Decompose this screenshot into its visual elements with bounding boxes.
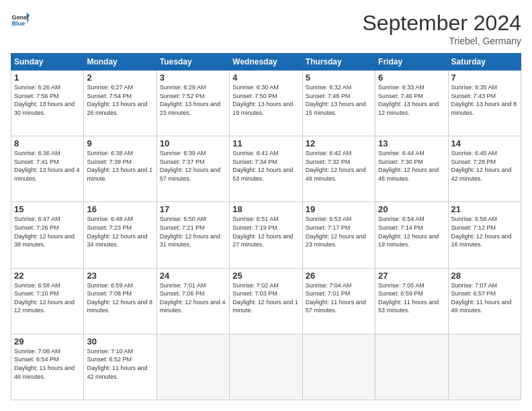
day-cell: 28Sunrise: 7:07 AM Sunset: 6:57 PM Dayli…	[448, 268, 521, 334]
day-info: Sunrise: 6:59 AM Sunset: 7:08 PM Dayligh…	[87, 281, 153, 315]
day-cell: 25Sunrise: 7:02 AM Sunset: 7:03 PM Dayli…	[230, 268, 302, 334]
day-number: 28	[451, 271, 518, 281]
day-number: 6	[378, 73, 445, 83]
day-number: 18	[232, 204, 299, 214]
day-cell: 14Sunrise: 6:45 AM Sunset: 7:28 PM Dayli…	[448, 136, 521, 202]
calendar: Sunday Monday Tuesday Wednesday Thursday…	[11, 53, 521, 400]
calendar-header-row: Sunday Monday Tuesday Wednesday Thursday…	[11, 54, 521, 71]
week-row-4: 22Sunrise: 6:58 AM Sunset: 7:10 PM Dayli…	[11, 268, 521, 334]
day-cell: 3Sunrise: 6:29 AM Sunset: 7:52 PM Daylig…	[157, 71, 229, 136]
day-cell	[230, 334, 302, 400]
day-info: Sunrise: 6:51 AM Sunset: 7:19 PM Dayligh…	[232, 215, 299, 248]
day-cell	[157, 334, 229, 400]
day-number: 27	[378, 271, 445, 281]
day-number: 20	[378, 204, 445, 214]
day-number: 26	[306, 271, 372, 281]
day-number: 7	[451, 73, 518, 83]
week-row-1: 1Sunrise: 6:26 AM Sunset: 7:56 PM Daylig…	[11, 71, 521, 136]
week-row-2: 8Sunrise: 6:36 AM Sunset: 7:41 PM Daylig…	[11, 136, 521, 202]
day-cell: 2Sunrise: 6:27 AM Sunset: 7:54 PM Daylig…	[84, 71, 157, 136]
day-number: 10	[160, 138, 226, 148]
day-number: 3	[160, 73, 226, 83]
day-info: Sunrise: 6:35 AM Sunset: 7:43 PM Dayligh…	[451, 83, 518, 117]
day-cell: 12Sunrise: 6:42 AM Sunset: 7:32 PM Dayli…	[302, 136, 375, 202]
svg-text:Blue: Blue	[11, 20, 25, 27]
day-cell	[302, 334, 375, 400]
day-info: Sunrise: 6:45 AM Sunset: 7:28 PM Dayligh…	[451, 149, 518, 183]
col-saturday: Saturday	[448, 54, 521, 71]
day-number: 23	[87, 271, 153, 281]
day-info: Sunrise: 6:41 AM Sunset: 7:34 PM Dayligh…	[232, 149, 299, 183]
day-cell: 22Sunrise: 6:58 AM Sunset: 7:10 PM Dayli…	[11, 268, 84, 334]
logo: General Blue	[11, 11, 30, 30]
day-info: Sunrise: 6:32 AM Sunset: 7:48 PM Dayligh…	[306, 83, 372, 117]
day-number: 13	[378, 138, 445, 148]
day-cell: 9Sunrise: 6:38 AM Sunset: 7:39 PM Daylig…	[84, 136, 157, 202]
day-number: 22	[14, 271, 81, 281]
day-number: 15	[14, 204, 81, 214]
day-info: Sunrise: 6:36 AM Sunset: 7:41 PM Dayligh…	[14, 149, 81, 183]
day-info: Sunrise: 6:54 AM Sunset: 7:14 PM Dayligh…	[378, 215, 445, 248]
day-info: Sunrise: 7:04 AM Sunset: 7:01 PM Dayligh…	[306, 281, 372, 315]
col-friday: Friday	[375, 54, 448, 71]
day-number: 1	[14, 73, 81, 83]
day-info: Sunrise: 6:44 AM Sunset: 7:30 PM Dayligh…	[378, 149, 445, 183]
day-number: 21	[451, 204, 518, 214]
day-info: Sunrise: 6:58 AM Sunset: 7:10 PM Dayligh…	[14, 281, 81, 315]
day-number: 25	[232, 271, 299, 281]
day-number: 4	[232, 73, 299, 83]
day-number: 11	[232, 138, 299, 148]
day-cell: 1Sunrise: 6:26 AM Sunset: 7:56 PM Daylig…	[11, 71, 84, 136]
day-info: Sunrise: 7:02 AM Sunset: 7:03 PM Dayligh…	[232, 281, 299, 315]
day-info: Sunrise: 7:10 AM Sunset: 6:52 PM Dayligh…	[87, 347, 153, 381]
day-info: Sunrise: 6:33 AM Sunset: 7:46 PM Dayligh…	[378, 83, 445, 117]
col-tuesday: Tuesday	[157, 54, 229, 71]
day-cell: 8Sunrise: 6:36 AM Sunset: 7:41 PM Daylig…	[11, 136, 84, 202]
day-info: Sunrise: 6:42 AM Sunset: 7:32 PM Dayligh…	[306, 149, 372, 183]
week-row-5: 29Sunrise: 7:08 AM Sunset: 6:54 PM Dayli…	[11, 334, 521, 400]
day-cell: 17Sunrise: 6:50 AM Sunset: 7:21 PM Dayli…	[157, 202, 229, 268]
day-cell	[375, 334, 448, 400]
day-info: Sunrise: 6:47 AM Sunset: 7:26 PM Dayligh…	[14, 215, 81, 248]
col-monday: Monday	[84, 54, 157, 71]
day-info: Sunrise: 7:01 AM Sunset: 7:06 PM Dayligh…	[160, 281, 226, 315]
day-number: 2	[87, 73, 153, 83]
day-cell: 10Sunrise: 6:39 AM Sunset: 7:37 PM Dayli…	[157, 136, 229, 202]
logo-icon: General Blue	[11, 11, 30, 30]
day-number: 29	[14, 336, 81, 347]
day-cell: 30Sunrise: 7:10 AM Sunset: 6:52 PM Dayli…	[84, 334, 157, 400]
col-sunday: Sunday	[11, 54, 84, 71]
day-cell: 29Sunrise: 7:08 AM Sunset: 6:54 PM Dayli…	[11, 334, 84, 400]
day-info: Sunrise: 6:29 AM Sunset: 7:52 PM Dayligh…	[160, 83, 226, 117]
location: Triebel, Germany	[362, 36, 521, 46]
day-number: 12	[306, 138, 372, 148]
day-cell: 24Sunrise: 7:01 AM Sunset: 7:06 PM Dayli…	[157, 268, 229, 334]
page: General Blue September 2024 Triebel, Ger…	[0, 0, 532, 411]
day-cell: 13Sunrise: 6:44 AM Sunset: 7:30 PM Dayli…	[375, 136, 448, 202]
day-number: 5	[306, 73, 372, 83]
day-info: Sunrise: 6:53 AM Sunset: 7:17 PM Dayligh…	[306, 215, 372, 248]
day-cell: 19Sunrise: 6:53 AM Sunset: 7:17 PM Dayli…	[302, 202, 375, 268]
col-wednesday: Wednesday	[230, 54, 302, 71]
day-number: 16	[87, 204, 153, 214]
day-number: 8	[14, 138, 81, 148]
day-cell: 15Sunrise: 6:47 AM Sunset: 7:26 PM Dayli…	[11, 202, 84, 268]
day-number: 30	[87, 336, 153, 347]
day-info: Sunrise: 6:50 AM Sunset: 7:21 PM Dayligh…	[160, 215, 226, 248]
day-number: 17	[160, 204, 226, 214]
day-info: Sunrise: 7:05 AM Sunset: 6:59 PM Dayligh…	[378, 281, 445, 315]
day-cell	[448, 334, 521, 400]
day-cell: 26Sunrise: 7:04 AM Sunset: 7:01 PM Dayli…	[302, 268, 375, 334]
col-thursday: Thursday	[302, 54, 375, 71]
title-block: September 2024 Triebel, Germany	[362, 11, 521, 46]
day-info: Sunrise: 7:07 AM Sunset: 6:57 PM Dayligh…	[451, 281, 518, 315]
day-info: Sunrise: 6:48 AM Sunset: 7:23 PM Dayligh…	[87, 215, 153, 248]
day-cell: 7Sunrise: 6:35 AM Sunset: 7:43 PM Daylig…	[448, 71, 521, 136]
day-cell: 5Sunrise: 6:32 AM Sunset: 7:48 PM Daylig…	[302, 71, 375, 136]
day-number: 19	[306, 204, 372, 214]
month-title: September 2024	[362, 11, 521, 36]
day-cell: 6Sunrise: 6:33 AM Sunset: 7:46 PM Daylig…	[375, 71, 448, 136]
day-cell: 23Sunrise: 6:59 AM Sunset: 7:08 PM Dayli…	[84, 268, 157, 334]
day-info: Sunrise: 6:27 AM Sunset: 7:54 PM Dayligh…	[87, 83, 153, 117]
day-cell: 11Sunrise: 6:41 AM Sunset: 7:34 PM Dayli…	[230, 136, 302, 202]
